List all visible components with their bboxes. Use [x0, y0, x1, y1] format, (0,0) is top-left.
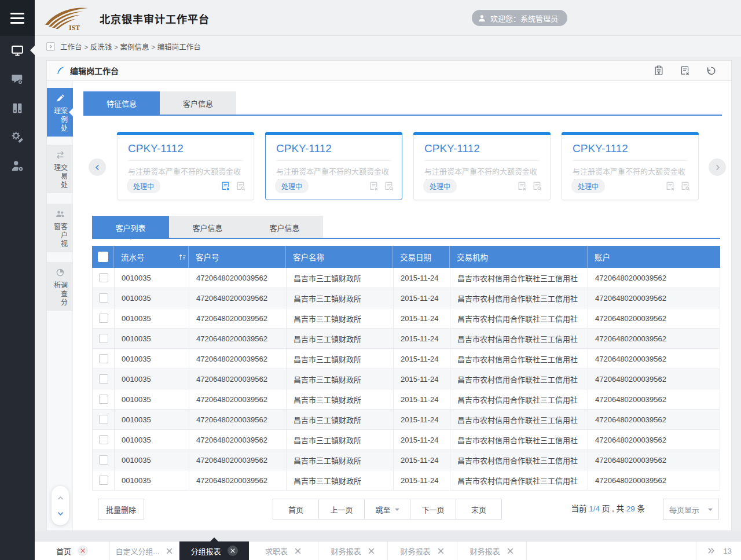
row-checkbox[interactable]: [99, 374, 108, 384]
prev-page-button[interactable]: 上一页: [318, 499, 365, 520]
taskbar-tab[interactable]: 财务报表: [457, 541, 527, 560]
case-remove-doc-icon[interactable]: [517, 181, 527, 191]
sidebar-item-tools[interactable]: [0, 123, 35, 152]
topbar-icon-logout[interactable]: [722, 12, 734, 24]
list-tabs-underline: [92, 238, 720, 239]
case-view-doc-icon[interactable]: [384, 181, 394, 191]
feature-tabs-underline: [83, 115, 722, 116]
row-checkbox[interactable]: [99, 455, 108, 465]
row-checkbox[interactable]: [99, 334, 108, 343]
taskbar-tab[interactable]: 分组报表: [179, 541, 249, 560]
case-remove-doc-icon[interactable]: [369, 181, 379, 191]
sidebar-item-library[interactable]: [0, 94, 35, 123]
table-row[interactable]: 0010035 47206480200039562 昌吉市三工镇财政所 2015…: [93, 329, 720, 349]
clipboard-up-icon[interactable]: [654, 65, 664, 76]
case-view-doc-icon[interactable]: [236, 181, 245, 191]
topbar-icon-theme[interactable]: [608, 12, 621, 24]
table-row[interactable]: 0010035 47206480200039562 昌吉市三工镇财政所 2015…: [93, 410, 720, 430]
row-checkbox[interactable]: [99, 476, 108, 485]
case-card[interactable]: CPKY-1112 与注册资本严重不符的大额资金收付 处理中: [413, 132, 551, 200]
list-tab[interactable]: 客户信息: [169, 216, 246, 239]
cell-serial-no: 0010035: [115, 288, 189, 308]
close-tab-icon[interactable]: [78, 546, 88, 556]
list-tab[interactable]: 客户信息: [246, 216, 323, 239]
topbar-icon-settings[interactable]: [694, 12, 706, 24]
row-checkbox[interactable]: [99, 435, 108, 444]
undo-icon[interactable]: [706, 65, 716, 76]
close-tab-icon[interactable]: [228, 546, 238, 556]
taskbar-tab[interactable]: 首页: [35, 541, 110, 560]
close-tab-icon[interactable]: [368, 547, 375, 555]
close-tab-icon[interactable]: [507, 547, 514, 555]
row-checkbox[interactable]: [99, 314, 108, 323]
case-view-doc-icon[interactable]: [532, 181, 542, 191]
jump-to-button[interactable]: 跳至: [364, 499, 410, 520]
case-view-doc-icon[interactable]: [680, 181, 690, 191]
row-checkbox[interactable]: [99, 354, 108, 363]
table-row[interactable]: 0010035 47206480200039562 昌吉市三工镇财政所 2015…: [93, 349, 720, 369]
carousel-next-button[interactable]: [709, 159, 726, 176]
topbar-icon-messages[interactable]: [580, 12, 592, 24]
case-card[interactable]: CPKY-1112 与注册资本严重不符的大额资金收付 处理中: [265, 132, 402, 200]
scroll-up-icon[interactable]: [57, 495, 64, 502]
scroll-down-icon[interactable]: [57, 510, 64, 517]
case-remove-doc-icon[interactable]: [221, 181, 230, 191]
table-row[interactable]: 0010035 47206480200039562 昌吉市三工镇财政所 2015…: [93, 430, 720, 450]
next-page-button[interactable]: 下一页: [410, 499, 456, 520]
case-card[interactable]: CPKY-1112 与注册资本严重不符的大额资金收付 处理中: [117, 132, 254, 200]
row-checkbox[interactable]: [99, 415, 108, 424]
sidebar-item-users[interactable]: [0, 152, 35, 180]
sidebar-item-messages[interactable]: [0, 65, 35, 94]
breadcrumb-item[interactable]: 案例信息: [112, 41, 149, 52]
sort-icon[interactable]: [178, 253, 187, 261]
per-page-select[interactable]: 每页显示: [663, 499, 719, 520]
close-tab-icon[interactable]: [166, 547, 173, 555]
breadcrumb: 工作台反洗钱案例信息编辑岗工作台: [35, 36, 741, 57]
table-row[interactable]: 0010035 47206480200039562 昌吉市三工镇财政所 2015…: [93, 470, 720, 491]
taskbar-tab[interactable]: 财务报表: [318, 541, 388, 560]
feature-tab[interactable]: 客户信息: [160, 91, 236, 115]
table-row[interactable]: 0010035 47206480200039562 昌吉市三工镇财政所 2015…: [93, 308, 720, 329]
last-page-button[interactable]: 末页: [456, 499, 502, 520]
case-card[interactable]: CPKY-1112 与注册资本严重不符的大额资金收付 处理中: [562, 132, 699, 200]
taskbar-tab[interactable]: 求职表: [249, 541, 318, 560]
breadcrumb-item[interactable]: 反洗钱: [82, 41, 112, 52]
breadcrumb-item[interactable]: 工作台: [60, 41, 82, 52]
row-checkbox[interactable]: [99, 395, 108, 404]
user-welcome-pill[interactable]: 欢迎您：系统管理员: [472, 10, 567, 26]
row-checkbox[interactable]: [99, 293, 108, 303]
case-remove-doc-icon[interactable]: [665, 181, 675, 191]
table-row[interactable]: 0010035 47206480200039562 昌吉市三工镇财政所 2015…: [93, 288, 720, 308]
taskbar-tab[interactable]: 自定义分组...: [110, 541, 179, 560]
list-tab[interactable]: 客户列表: [92, 216, 169, 239]
first-page-button[interactable]: 首页: [273, 499, 319, 520]
cell-trade-date: 2015-11-24: [394, 470, 450, 490]
cell-customer-no: 47206480200039562: [189, 389, 287, 409]
vertical-tab[interactable]: 案例处理: [47, 88, 73, 137]
select-all-checkbox[interactable]: [98, 252, 108, 262]
more-tabs-icon[interactable]: [707, 547, 715, 555]
vertical-tab[interactable]: 调查分析: [47, 262, 73, 311]
row-checkbox[interactable]: [99, 273, 108, 282]
topbar-icon-transfer[interactable]: [637, 12, 649, 24]
vertical-tab[interactable]: 客户视窗: [47, 204, 73, 252]
feature-tab[interactable]: 特征信息: [83, 91, 160, 115]
batch-delete-button[interactable]: 批量删除: [98, 499, 144, 520]
table-row[interactable]: 0010035 47206480200039562 昌吉市三工镇财政所 2015…: [93, 450, 720, 470]
cell-customer-name: 昌吉市三工镇财政所: [287, 430, 394, 450]
sidebar-item-workbench[interactable]: [0, 36, 35, 65]
table-row[interactable]: 0010035 47206480200039562 昌吉市三工镇财政所 2015…: [93, 268, 720, 288]
close-tab-icon[interactable]: [294, 547, 302, 555]
cell-trade-org: 昌吉市农村信用合作联社三工信用社: [450, 389, 588, 409]
breadcrumb-expand-icon[interactable]: [46, 42, 55, 51]
close-tab-icon[interactable]: [437, 547, 445, 555]
table-row[interactable]: 0010035 47206480200039562 昌吉市三工镇财政所 2015…: [93, 369, 720, 389]
topbar-icon-toolbox[interactable]: [665, 12, 677, 24]
app-title: 北京银丰审计工作平台: [100, 11, 210, 26]
table-row[interactable]: 0010035 47206480200039562 昌吉市三工镇财政所 2015…: [93, 389, 720, 410]
current-page-value: 1/4: [589, 504, 600, 513]
doc-remove-icon[interactable]: [680, 65, 690, 76]
menu-toggle-button[interactable]: [0, 0, 35, 36]
breadcrumb-item[interactable]: 编辑岗工作台: [149, 41, 201, 52]
taskbar-tab[interactable]: 财务报表: [388, 541, 457, 560]
